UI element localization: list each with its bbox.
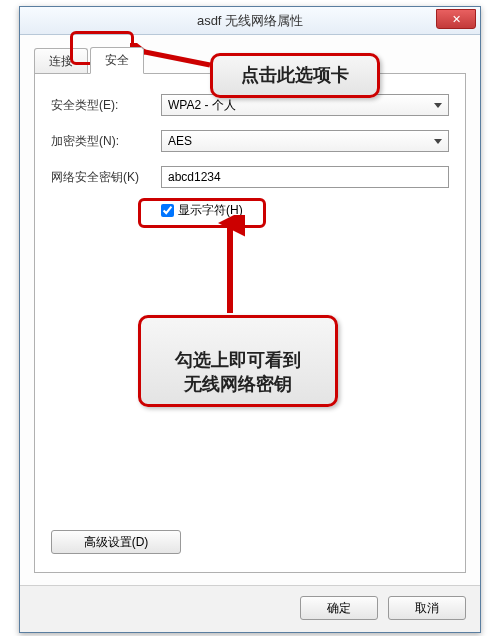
cancel-button[interactable]: 取消 (388, 596, 466, 620)
encryption-value: AES (168, 134, 192, 148)
show-chars-checkbox[interactable] (161, 204, 174, 217)
row-encryption: 加密类型(N): AES (51, 130, 449, 152)
advanced-settings-label: 高级设置(D) (84, 535, 149, 549)
close-button[interactable]: ✕ (436, 9, 476, 29)
network-key-input[interactable] (161, 166, 449, 188)
close-icon: ✕ (452, 13, 461, 25)
tab-security-label: 安全 (105, 53, 129, 67)
row-show-chars: 显示字符(H) (161, 202, 449, 219)
cancel-label: 取消 (415, 601, 439, 615)
dialog-button-row: 确定 取消 (20, 585, 480, 632)
row-key: 网络安全密钥(K) (51, 166, 449, 188)
window-title: asdf 无线网络属性 (20, 12, 480, 30)
encryption-select[interactable]: AES (161, 130, 449, 152)
key-label: 网络安全密钥(K) (51, 169, 161, 186)
show-chars-label: 显示字符(H) (178, 202, 243, 219)
annotation-callout-checkbox: 勾选上即可看到 无线网络密钥 (138, 315, 338, 407)
security-type-label: 安全类型(E): (51, 97, 161, 114)
security-type-value: WPA2 - 个人 (168, 97, 236, 114)
annotation-callout-checkbox-text: 勾选上即可看到 无线网络密钥 (175, 350, 301, 393)
titlebar: asdf 无线网络属性 ✕ (20, 7, 480, 35)
ok-label: 确定 (327, 601, 351, 615)
tab-connect[interactable]: 连接 (34, 48, 88, 74)
tab-connect-label: 连接 (49, 54, 73, 68)
advanced-settings-button[interactable]: 高级设置(D) (51, 530, 181, 554)
properties-window: asdf 无线网络属性 ✕ 连接 安全 安全类型(E): WPA2 - 个人 加… (19, 6, 481, 633)
encryption-label: 加密类型(N): (51, 133, 161, 150)
window-body: 连接 安全 安全类型(E): WPA2 - 个人 加密类型(N): AES 网络… (20, 35, 480, 585)
annotation-callout-tab-text: 点击此选项卡 (241, 65, 349, 85)
ok-button[interactable]: 确定 (300, 596, 378, 620)
tab-security[interactable]: 安全 (90, 47, 144, 74)
annotation-callout-tab: 点击此选项卡 (210, 53, 380, 98)
